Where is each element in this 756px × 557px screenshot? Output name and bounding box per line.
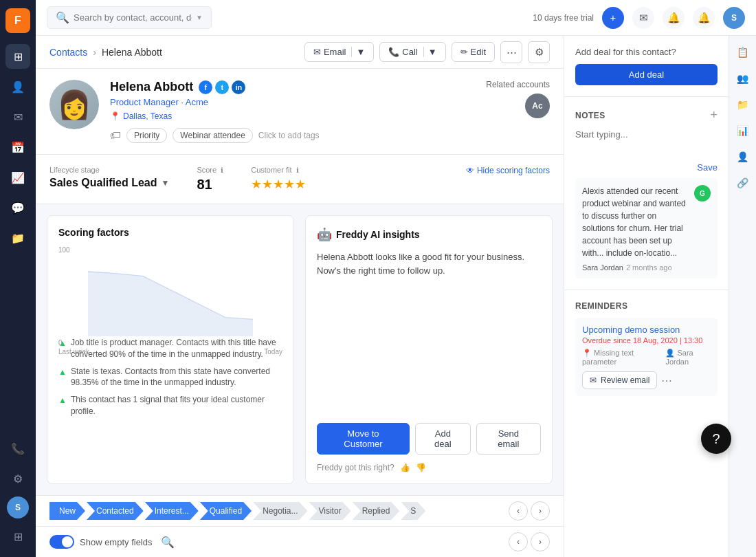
- review-email-button[interactable]: ✉ Review email: [582, 371, 657, 389]
- settings-button[interactable]: ⚙: [528, 41, 550, 63]
- sidebar-icon-home[interactable]: ⊞: [5, 44, 30, 69]
- account-avatar[interactable]: Ac: [525, 94, 550, 118]
- company-link[interactable]: Acme: [186, 97, 208, 107]
- nav-arrows: ‹ ›: [509, 532, 550, 551]
- lifecycle-label: Lifecycle stage: [49, 166, 169, 174]
- reminder-meta: 📍 Missing text parameter 👤 Sara Jordan: [582, 349, 711, 366]
- rs-icon-5[interactable]: 👤: [732, 146, 754, 168]
- stage-prev-button[interactable]: ‹: [509, 501, 528, 521]
- facebook-icon[interactable]: f: [199, 80, 212, 94]
- stage-replied[interactable]: Replied: [353, 502, 400, 520]
- score-info-icon[interactable]: ℹ: [221, 166, 223, 174]
- move-to-customer-button[interactable]: Move to Customer: [317, 423, 410, 455]
- sidebar-user-avatar[interactable]: S: [7, 496, 29, 518]
- rs-icon-3[interactable]: 📁: [732, 94, 754, 116]
- rs-icon-4[interactable]: 📊: [732, 120, 754, 142]
- add-deal-button[interactable]: Add deal: [575, 64, 718, 85]
- more-options-button[interactable]: ⋯: [500, 41, 522, 63]
- toggle-switch[interactable]: [49, 535, 74, 549]
- reminders-header: REMINDERS: [575, 301, 718, 311]
- contact-main: Contacts › Helena Abbott ✉ Email ▼ 📞 Cal…: [36, 36, 564, 557]
- sidebar-icon-folder[interactable]: 📁: [5, 226, 30, 250]
- call-icon: 📞: [388, 47, 399, 57]
- sidebar-icon-contacts[interactable]: 👤: [5, 74, 30, 99]
- edit-action-button[interactable]: ✏ Edit: [452, 42, 495, 62]
- next-contact-button[interactable]: ›: [531, 532, 550, 551]
- factor-text: This contact has 1 signal that fits your…: [71, 394, 282, 417]
- bottom-pipeline-nav: New Contacted Interest... Qualified Nego…: [36, 495, 564, 526]
- help-fab[interactable]: ?: [701, 424, 731, 454]
- free-trial-text: 10 days free trial: [533, 13, 594, 23]
- twitter-icon[interactable]: t: [215, 80, 229, 94]
- lifecycle-value[interactable]: Sales Qualified Lead ▼: [49, 177, 169, 189]
- factor-item: ▲ State is texas. Contacts from this sta…: [58, 366, 282, 389]
- stage-qualified[interactable]: Qualified: [200, 502, 252, 520]
- notes-save-button[interactable]: Save: [575, 162, 718, 173]
- thumbs-down-icon[interactable]: 👎: [416, 463, 426, 472]
- thumbs-up-icon[interactable]: 👍: [400, 463, 410, 472]
- add-deal-ai-button[interactable]: Add deal: [415, 423, 471, 455]
- stage-s[interactable]: S: [401, 502, 425, 520]
- ai-feedback: Freddy got this right? 👍 👎: [317, 463, 541, 472]
- notification-bell[interactable]: 🔔: [663, 7, 685, 29]
- tag-icon[interactable]: 🏷: [110, 129, 121, 142]
- reminder-more-icon[interactable]: ⋯: [661, 374, 672, 387]
- chart-y-label-top: 100: [58, 246, 282, 254]
- factor-text: State is texas. Contacts from this state…: [71, 366, 282, 389]
- sidebar-icon-settings[interactable]: ⚙: [5, 466, 30, 491]
- prev-contact-button[interactable]: ‹: [509, 532, 528, 551]
- sidebar-icon-chart[interactable]: 📈: [5, 165, 30, 190]
- add-button[interactable]: +: [602, 7, 624, 29]
- note-user-avatar: G: [694, 185, 711, 201]
- rs-icon-6[interactable]: 🔗: [732, 172, 754, 194]
- sidebar-icon-calendar[interactable]: 📅: [5, 135, 30, 160]
- stage-interest[interactable]: Interest...: [145, 502, 199, 520]
- sidebar-icon-phone[interactable]: 📞: [5, 436, 30, 461]
- ai-icon: 🤖: [317, 227, 332, 242]
- profile-location[interactable]: 📍 Dallas, Texas: [110, 111, 475, 121]
- sidebar-icon-email[interactable]: ✉: [5, 105, 30, 129]
- profile-title: Product Manager · Acme: [110, 97, 475, 107]
- ai-title: Freddy AI insights: [336, 229, 420, 240]
- notes-input[interactable]: [575, 129, 718, 157]
- search-input[interactable]: [74, 12, 192, 23]
- linkedin-icon[interactable]: in: [232, 80, 245, 94]
- score-value: 81: [197, 177, 223, 193]
- breadcrumb-parent[interactable]: Contacts: [49, 47, 87, 58]
- related-accounts: Related accounts Ac: [486, 80, 550, 143]
- stage-negotia[interactable]: Negotia...: [253, 502, 307, 520]
- ai-header: 🤖 Freddy AI insights: [317, 227, 541, 242]
- sidebar-icon-apps[interactable]: ⊞: [5, 524, 30, 549]
- deal-section: Add deal for this contact? Add deal: [564, 36, 729, 97]
- lifecycle-dropdown-arrow[interactable]: ▼: [162, 178, 170, 188]
- call-dropdown-arrow[interactable]: ▼: [423, 47, 437, 57]
- email-button[interactable]: ✉: [632, 7, 654, 29]
- stage-visitor[interactable]: Visitor: [309, 502, 351, 520]
- call-action-button[interactable]: 📞 Call ▼: [379, 42, 445, 62]
- stage-new[interactable]: New: [49, 502, 85, 520]
- sidebar-icon-message[interactable]: 💬: [5, 195, 30, 220]
- tag-add[interactable]: Click to add tags: [258, 131, 320, 140]
- email-action-button[interactable]: ✉ Email ▼: [304, 42, 374, 62]
- alert-button[interactable]: 🔔: [693, 7, 715, 29]
- send-email-ai-button[interactable]: Send email: [476, 423, 541, 455]
- email-dropdown-arrow[interactable]: ▼: [351, 47, 365, 57]
- stage-next-button[interactable]: ›: [531, 501, 550, 521]
- hide-scoring-button[interactable]: 👁 Hide scoring factors: [466, 166, 550, 175]
- rs-icon-1[interactable]: 📋: [732, 41, 754, 63]
- search-small-icon[interactable]: 🔍: [161, 536, 175, 549]
- tag-priority[interactable]: Priority: [126, 128, 167, 143]
- search-box[interactable]: 🔍 ▼: [47, 6, 212, 29]
- user-avatar[interactable]: S: [723, 7, 745, 29]
- rs-icon-2[interactable]: 👥: [732, 67, 754, 89]
- customer-fit-info-icon[interactable]: ℹ: [296, 166, 299, 174]
- sidebar-logo[interactable]: F: [5, 8, 30, 33]
- tag-webinar[interactable]: Webinar attendee: [173, 128, 253, 143]
- reminder-meta1-icon: 📍: [582, 349, 592, 357]
- bottom-toolbar: Show empty fields 🔍 ‹ ›: [36, 526, 564, 557]
- reminder-meta1: 📍 Missing text parameter: [582, 349, 657, 366]
- stage-contacted[interactable]: Contacted: [87, 502, 144, 520]
- reminder-title[interactable]: Upcoming demo session: [582, 325, 711, 335]
- notes-add-button[interactable]: +: [710, 108, 718, 122]
- chart-y-label-bottom: 0: [58, 339, 282, 347]
